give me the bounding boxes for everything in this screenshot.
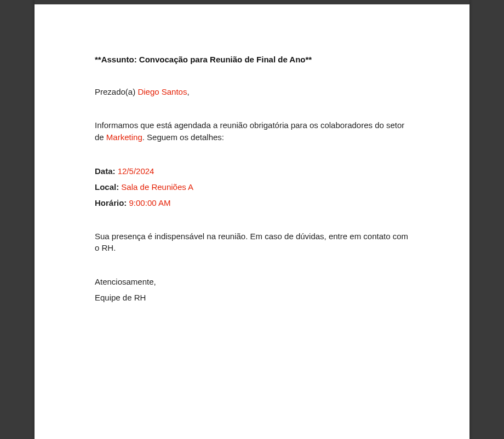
- greeting-suffix: ,: [187, 87, 189, 96]
- signature: Equipe de RH: [95, 293, 409, 302]
- intro-text-2: . Seguem os detalhes:: [142, 132, 224, 142]
- document-page: **Assunto: Convocação para Reunião de Fi…: [35, 0, 469, 439]
- department-name: Marketing: [106, 132, 142, 142]
- time-value: 9:00:00 AM: [129, 198, 171, 207]
- subject-line: **Assunto: Convocação para Reunião de Fi…: [95, 55, 409, 64]
- document-viewer-background: **Assunto: Convocação para Reunião de Fi…: [0, 0, 504, 439]
- detail-location: Local: Sala de Reuniões A: [95, 182, 409, 192]
- greeting-line: Prezado(a) Diego Santos,: [95, 87, 409, 96]
- time-label: Horário:: [95, 198, 129, 207]
- details-block: Data: 12/5/2024 Local: Sala de Reuniões …: [95, 166, 409, 207]
- location-value: Sala de Reuniões A: [121, 182, 193, 192]
- sign-off: Atenciosamente,: [95, 277, 409, 286]
- recipient-name: Diego Santos: [138, 87, 187, 96]
- greeting-prefix: Prezado(a): [95, 87, 138, 96]
- intro-paragraph: Informamos que está agendada a reunião o…: [95, 119, 409, 143]
- closing-note: Sua presença é indispensável na reunião.…: [95, 230, 409, 255]
- detail-date: Data: 12/5/2024: [95, 166, 409, 176]
- date-label: Data:: [95, 166, 118, 176]
- location-label: Local:: [95, 182, 121, 192]
- detail-time: Horário: 9:00:00 AM: [95, 198, 409, 207]
- date-value: 12/5/2024: [118, 166, 154, 176]
